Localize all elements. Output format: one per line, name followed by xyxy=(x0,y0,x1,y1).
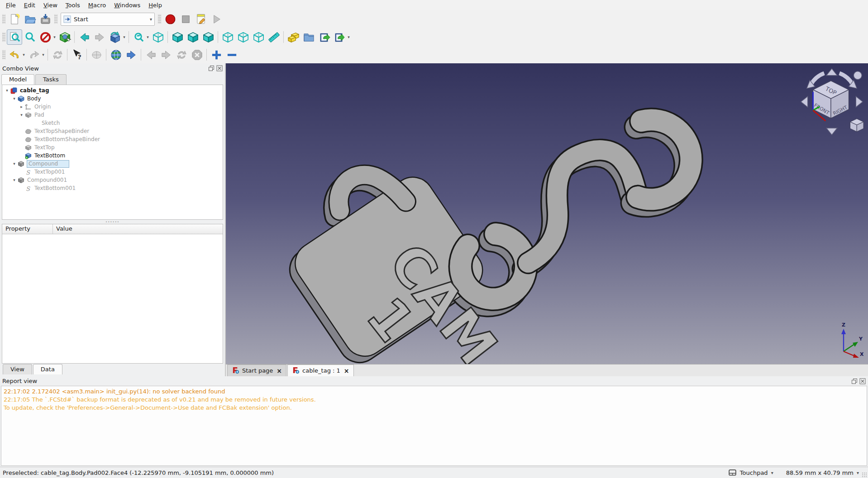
toolbar-handle[interactable] xyxy=(2,32,5,42)
left-view-button[interactable] xyxy=(251,29,266,45)
axonometric-view-button[interactable] xyxy=(150,29,166,45)
top-view-button[interactable] xyxy=(185,29,200,45)
menu-help[interactable]: Help xyxy=(144,1,166,9)
zoom-out-button[interactable] xyxy=(224,47,239,62)
close-tab-icon[interactable]: × xyxy=(277,367,282,374)
tree-item-textbottom[interactable]: TextBottom xyxy=(2,151,223,160)
tree-item-compound001[interactable]: ▾Compound001 xyxy=(2,176,223,184)
dropdown-caret[interactable]: ▾ xyxy=(145,35,150,39)
tree-item-pad[interactable]: ▾Pad xyxy=(2,111,223,119)
tree-item-textbottomshapebinder[interactable]: TextBottomShapeBinder xyxy=(2,135,223,143)
report-log[interactable]: 22:17:02 2.172402 <asm3.main> init_gui.p… xyxy=(1,386,867,466)
create-group-button[interactable] xyxy=(301,29,316,45)
panel-splitter[interactable]: •••••• xyxy=(0,220,225,224)
dropdown-caret[interactable]: ▾ xyxy=(122,35,127,39)
tree-expander[interactable]: ▾ xyxy=(11,178,17,182)
dropdown-caret[interactable]: ▾ xyxy=(52,35,57,39)
tree-item-compound[interactable]: ▾Compound xyxy=(2,160,223,168)
resize-grip[interactable] xyxy=(862,472,867,478)
navcube-arrow-down[interactable] xyxy=(826,128,837,135)
close-tab-icon[interactable]: × xyxy=(344,367,349,374)
right-view-button[interactable] xyxy=(200,29,216,45)
tree-expander[interactable]: ▾ xyxy=(19,113,24,117)
tree-item-texttop001[interactable]: STextTop001 xyxy=(2,168,223,176)
navcube-sphere[interactable] xyxy=(854,71,862,80)
navigation-cube[interactable]: TOP FRONT RIGHT xyxy=(797,66,866,137)
sync-view-button[interactable] xyxy=(131,29,146,45)
tree-item-texttopshapebinder[interactable]: TextTopShapeBinder xyxy=(2,127,223,135)
macro-edit-button[interactable] xyxy=(193,11,209,27)
toolbar-handle[interactable] xyxy=(2,50,5,60)
tree-item-body[interactable]: ▾Body xyxy=(2,95,223,103)
toolbar-handle[interactable] xyxy=(54,14,57,24)
document-tab-start-page[interactable]: Start page× xyxy=(227,364,286,376)
menu-windows[interactable]: Windows xyxy=(110,1,144,9)
toolbar-handle[interactable] xyxy=(158,14,161,24)
navcube-arrow-left[interactable] xyxy=(801,96,808,107)
close-panel-button[interactable] xyxy=(216,65,223,72)
tab-data[interactable]: Data xyxy=(33,364,62,374)
home-view-button[interactable] xyxy=(107,29,123,45)
new-document-button[interactable] xyxy=(7,11,22,27)
menu-file[interactable]: File xyxy=(2,1,20,9)
undo-button[interactable] xyxy=(7,47,22,62)
tab-tasks[interactable]: Tasks xyxy=(35,74,67,85)
tree-rename-input[interactable]: Compound xyxy=(27,160,69,168)
menu-macro[interactable]: Macro xyxy=(84,1,110,9)
measure-distance-button[interactable] xyxy=(266,29,281,45)
macro-selector[interactable]: Start▾ xyxy=(61,13,155,26)
open-browser-button[interactable] xyxy=(124,47,139,62)
navcube-mini-cube[interactable] xyxy=(850,119,863,132)
open-website-button[interactable] xyxy=(108,47,124,62)
chevron-down-icon[interactable]: ▾ xyxy=(857,470,859,475)
float-report-button[interactable] xyxy=(851,378,858,384)
nav-style-selector[interactable]: Touchpad xyxy=(740,469,768,476)
rear-view-button[interactable] xyxy=(220,29,235,45)
export-all-button[interactable] xyxy=(332,29,347,45)
zoom-in-button[interactable] xyxy=(209,47,224,62)
navcube-arrow-right[interactable] xyxy=(856,96,863,107)
tab-view[interactable]: View xyxy=(3,364,32,374)
front-view-button[interactable] xyxy=(170,29,185,45)
tree-item-origin[interactable]: ▸Origin xyxy=(2,103,223,111)
box-zoom-button[interactable] xyxy=(57,29,72,45)
save-document-button[interactable] xyxy=(38,11,53,27)
clipping-plane-button[interactable] xyxy=(38,29,53,45)
viewport-dimensions[interactable]: 88.59 mm x 40.79 mm xyxy=(786,469,854,476)
dropdown-caret[interactable]: ▾ xyxy=(346,35,351,39)
close-report-button[interactable] xyxy=(859,378,866,384)
macro-stop-button[interactable] xyxy=(178,11,193,27)
property-column-header[interactable]: Property xyxy=(2,224,53,234)
toolbar-handle[interactable] xyxy=(2,14,5,24)
bottom-view-button[interactable] xyxy=(235,29,251,45)
tree-expander[interactable]: ▸ xyxy=(19,104,24,109)
chevron-down-icon[interactable]: ▾ xyxy=(771,470,773,475)
tab-model[interactable]: Model xyxy=(1,74,34,85)
3d-viewport[interactable]: CAM 1 xyxy=(226,63,868,364)
tree-item-cable_tag[interactable]: ▾cable_tag xyxy=(2,86,223,95)
create-part-button[interactable] xyxy=(286,29,301,45)
navcube-cube[interactable] xyxy=(813,81,849,118)
navcube-arrow-up[interactable] xyxy=(826,69,837,76)
tree-item-sketch[interactable]: Sketch xyxy=(2,119,223,127)
view-back-button[interactable] xyxy=(76,29,92,45)
tree-item-texttop[interactable]: TextTop xyxy=(2,143,223,151)
menu-view[interactable]: View xyxy=(39,1,62,9)
value-column-header[interactable]: Value xyxy=(53,224,76,234)
menu-tools[interactable]: Tools xyxy=(62,1,84,9)
menu-edit[interactable]: Edit xyxy=(20,1,39,9)
tree-expander[interactable]: ▾ xyxy=(11,161,17,166)
tree-item-textbottom001[interactable]: STextBottom001 xyxy=(2,184,223,192)
tree-expander[interactable]: ▾ xyxy=(11,96,17,101)
dropdown-caret[interactable]: ▾ xyxy=(21,52,26,57)
fit-selection-button[interactable] xyxy=(22,29,38,45)
export-selection-button[interactable] xyxy=(316,29,332,45)
fit-all-button[interactable] xyxy=(7,29,22,45)
open-document-button[interactable] xyxy=(22,11,38,27)
document-tab-cable-tag-1[interactable]: cable_tag : 1× xyxy=(287,364,353,376)
float-panel-button[interactable] xyxy=(208,65,215,72)
chevron-down-icon[interactable]: ▾ xyxy=(150,17,152,22)
macro-record-button[interactable] xyxy=(162,11,178,27)
tree-expander[interactable]: ▾ xyxy=(4,88,10,93)
whats-this-button[interactable]: ? xyxy=(69,47,85,62)
